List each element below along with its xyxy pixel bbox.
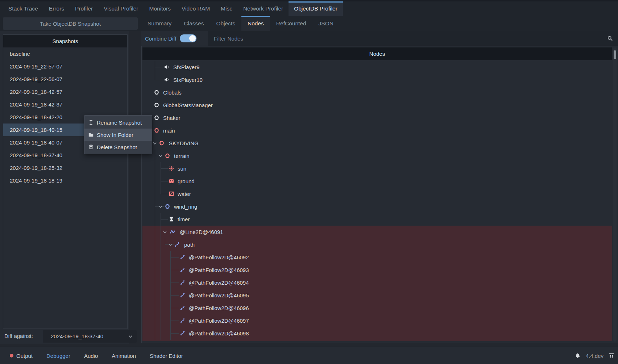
snapshots-list: Snapshots baseline2024-09-19_22-57-07202… xyxy=(3,34,128,329)
tree-node-pathfollow2d-46096[interactable]: @PathFollow2D@46096 xyxy=(142,302,612,314)
tree-scrollbar-thumb[interactable] xyxy=(614,50,616,59)
tab-objectdb-profiler[interactable]: ObjectDB Profiler xyxy=(289,1,343,16)
tree-node-pathfollow2d-46095[interactable]: @PathFollow2D@46095 xyxy=(142,289,612,302)
tree-node-label: @PathFollow2D@46095 xyxy=(189,289,249,302)
tab-summary[interactable]: Summary xyxy=(141,16,178,31)
tree-node-skydiving[interactable]: SKYDIVING xyxy=(142,137,612,150)
tree-node-wind-ring[interactable]: wind_ring xyxy=(142,200,612,213)
tab-misc[interactable]: Misc xyxy=(215,1,238,16)
menu-item-label: Rename Snapshot xyxy=(97,120,142,126)
menu-item-show-in-folder[interactable]: Show In Folder xyxy=(84,129,152,141)
filter-nodes-input[interactable] xyxy=(208,31,618,46)
tree-scrollbar[interactable] xyxy=(613,47,617,342)
tree-node-path[interactable]: path xyxy=(142,238,612,251)
diff-against-dropdown[interactable]: 2024-09-19_18-37-40 xyxy=(43,330,137,343)
status-item-audio[interactable]: Audio xyxy=(77,353,105,359)
snapshot-item-2024-09-19-18-25-32[interactable]: 2024-09-19_18-25-32 xyxy=(3,162,127,174)
ring-node-icon xyxy=(165,153,170,159)
sun-node-icon xyxy=(169,166,174,171)
tree-node-globalstatsmanager[interactable]: GlobalStatsManager xyxy=(142,99,612,112)
tab-nodes[interactable]: Nodes xyxy=(241,16,270,31)
tree-node-pathfollow2d-46098[interactable]: @PathFollow2D@46098 xyxy=(142,327,612,340)
status-item-animation[interactable]: Animation xyxy=(105,353,143,359)
tree-node-sfxplayer9[interactable]: SfxPlayer9 xyxy=(142,61,612,74)
tree-node-label: GlobalStatsManager xyxy=(163,99,213,112)
boxdiag-node-icon xyxy=(169,191,174,197)
tree-connector xyxy=(170,321,179,321)
tree-node-ground[interactable]: ground xyxy=(142,175,612,188)
tab-profiler[interactable]: Profiler xyxy=(70,1,98,16)
tab-json[interactable]: JSON xyxy=(312,16,340,31)
tree-node-label: wind_ring xyxy=(174,200,197,213)
tree-connector xyxy=(161,289,161,302)
combine-diff-toggle[interactable] xyxy=(180,34,196,42)
snapshot-item-2024-09-19-18-42-57[interactable]: 2024-09-19_18-42-57 xyxy=(3,85,127,98)
expand-arrow-icon[interactable] xyxy=(153,141,157,146)
snapshot-item-2024-09-19-18-18-19[interactable]: 2024-09-19_18-18-19 xyxy=(3,174,127,187)
profiler-sub-tabs: SummaryClassesObjectsNodesRefCountedJSON xyxy=(141,16,340,31)
tree-connector xyxy=(155,162,155,175)
tree-connector xyxy=(161,302,161,314)
status-item-output[interactable]: Output xyxy=(3,353,40,359)
tree-node-water[interactable]: water xyxy=(142,188,612,200)
tree-node-label: @Line2D@46091 xyxy=(180,226,223,238)
expand-arrow-icon[interactable] xyxy=(163,230,167,234)
snapshot-item-2024-09-19-22-56-07[interactable]: 2024-09-19_22-56-07 xyxy=(3,73,127,85)
tree-node-line2d-46091[interactable]: @Line2D@46091 xyxy=(142,226,612,238)
tab-visual-profiler[interactable]: Visual Profiler xyxy=(98,1,144,16)
tree-node-globals[interactable]: Globals xyxy=(142,86,612,99)
chevron-down-icon xyxy=(128,334,133,340)
tree-connector xyxy=(161,327,161,340)
tree-connector xyxy=(170,270,179,270)
tree-node-main[interactable]: main xyxy=(142,124,612,137)
menu-item-rename-snapshot[interactable]: Rename Snapshot xyxy=(84,116,152,129)
toggle-knob xyxy=(189,35,196,42)
expand-arrow-icon[interactable] xyxy=(158,205,163,209)
tree-connector xyxy=(161,314,161,327)
take-snapshot-button[interactable]: Take ObjectDB Snapshot xyxy=(3,17,138,30)
status-item-label: Audio xyxy=(84,353,98,359)
status-item-shader-editor[interactable]: Shader Editor xyxy=(143,353,190,359)
tab-network-profiler[interactable]: Network Profiler xyxy=(238,1,289,16)
expand-arrow-icon[interactable] xyxy=(168,243,173,247)
status-bar: OutputDebuggerAudioAnimationShader Edito… xyxy=(0,347,618,364)
notification-bell-icon[interactable] xyxy=(575,353,581,359)
tab-errors[interactable]: Errors xyxy=(43,1,70,16)
tree-node-pathfollow2d-46093[interactable]: @PathFollow2D@46093 xyxy=(142,264,612,276)
snapshot-item-baseline[interactable]: baseline xyxy=(3,47,127,60)
tab-monitors[interactable]: Monitors xyxy=(144,1,176,16)
tree-node-sun[interactable]: sun xyxy=(142,162,612,175)
menu-item-delete-snapshot[interactable]: Delete Snapshot xyxy=(84,141,152,153)
snapshot-item-2024-09-19-18-42-37[interactable]: 2024-09-19_18-42-37 xyxy=(3,98,127,111)
tree-connector xyxy=(155,251,155,264)
tree-node-pathfollow2d-46094[interactable]: @PathFollow2D@46094 xyxy=(142,276,612,289)
folder-icon xyxy=(88,132,94,138)
tree-node-pathfollow2d-46092[interactable]: @PathFollow2D@46092 xyxy=(142,251,612,264)
tree-node-terrain[interactable]: terrain xyxy=(142,150,612,162)
tab-classes[interactable]: Classes xyxy=(178,16,210,31)
menu-item-label: Show In Folder xyxy=(97,132,133,138)
tab-refcounted[interactable]: RefCounted xyxy=(270,16,312,31)
trash-icon xyxy=(88,144,94,150)
tab-stack-trace[interactable]: Stack Trace xyxy=(3,1,43,16)
expand-bottom-panel-icon[interactable] xyxy=(609,353,614,359)
tree-node-pathfollow2d-46097[interactable]: @PathFollow2D@46097 xyxy=(142,314,612,327)
status-item-label: Output xyxy=(16,353,33,359)
tree-connector xyxy=(161,251,161,264)
status-item-debugger[interactable]: Debugger xyxy=(40,353,77,359)
expand-arrow-icon[interactable] xyxy=(158,154,163,158)
snapshot-item-2024-09-19-22-57-07[interactable]: 2024-09-19_22-57-07 xyxy=(3,60,127,73)
tree-node-label: ground xyxy=(178,175,195,188)
tree-node-label: timer xyxy=(178,213,190,226)
curve-node-icon xyxy=(180,280,186,285)
tab-objects[interactable]: Objects xyxy=(210,16,241,31)
tree-connector xyxy=(155,74,155,80)
tab-video-ram[interactable]: Video RAM xyxy=(176,1,215,16)
tree-node-timer[interactable]: timer xyxy=(142,213,612,226)
tree-node-shaker[interactable]: Shaker xyxy=(142,112,612,124)
speaker-node-icon xyxy=(164,64,170,70)
search-icon xyxy=(607,35,613,41)
tree-connector xyxy=(161,276,161,289)
tree-node-sfxplayer10[interactable]: SfxPlayer10 xyxy=(142,74,612,86)
ring-node-icon xyxy=(159,140,165,146)
